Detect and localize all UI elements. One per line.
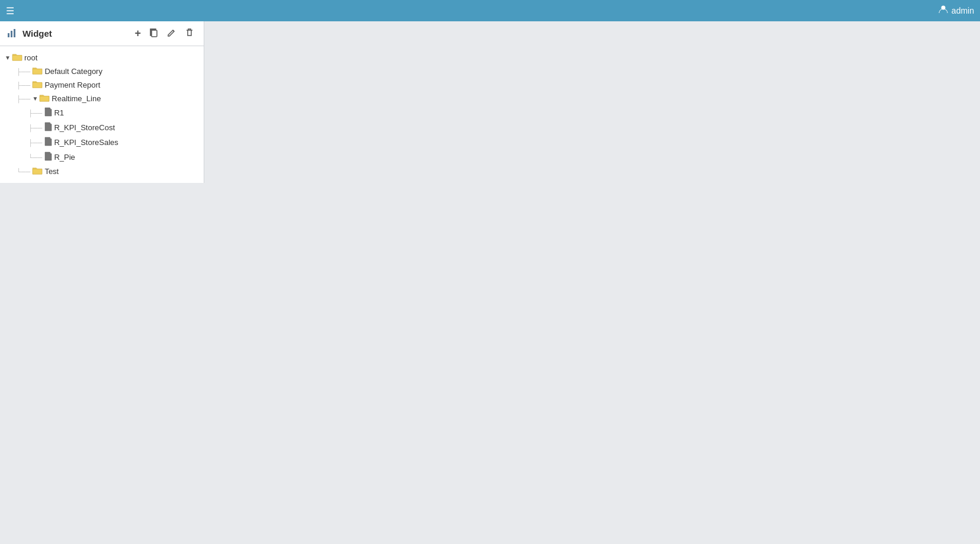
- payment-report-label: Payment Report: [44, 81, 100, 89]
- navbar: ☰ admin: [0, 0, 980, 21]
- r1-file-icon: [44, 107, 52, 118]
- sidebar-title: Widget: [23, 28, 52, 38]
- tree-item-realtime-line[interactable]: ├── ▼ Realtime_Line: [0, 92, 204, 105]
- sidebar-title-area: Widget: [7, 27, 52, 40]
- delete-icon: [185, 28, 194, 40]
- r-pie-label: R_Pie: [54, 153, 75, 162]
- r-kpi-storecost-label: R_KPI_StoreCost: [54, 123, 115, 132]
- r1-label: R1: [54, 108, 64, 117]
- edit-button[interactable]: [165, 27, 179, 41]
- user-icon: [939, 5, 948, 17]
- tree-item-payment-report[interactable]: ├── Payment Report: [0, 78, 204, 92]
- default-category-label: Default Category: [44, 67, 102, 76]
- tree-item-root[interactable]: ▼ root: [0, 51, 204, 65]
- tree-container: ▼ root ├── Default Category ├──: [0, 46, 204, 183]
- line-connector-storecost: ├──: [28, 124, 42, 131]
- hamburger-icon[interactable]: ☰: [6, 5, 14, 17]
- svg-rect-1: [8, 33, 9, 37]
- tree-item-test[interactable]: └── Test: [0, 165, 204, 178]
- navbar-left: ☰: [6, 5, 14, 17]
- payment-report-folder-icon: [32, 80, 43, 90]
- storesales-file-icon: [44, 137, 52, 148]
- tree-item-r-kpi-storecost[interactable]: ├── R_KPI_StoreCost: [0, 120, 204, 135]
- sidebar-actions: +: [132, 26, 197, 41]
- delete-button[interactable]: [182, 27, 197, 41]
- line-connector-storesales: ├──: [28, 139, 42, 146]
- line-connector-realtime: ├──: [17, 95, 30, 102]
- root-folder-icon: [12, 53, 23, 63]
- tree-item-r1[interactable]: ├── R1: [0, 105, 204, 120]
- test-folder-icon: [32, 166, 43, 176]
- tree-item-r-pie[interactable]: └── R_Pie: [0, 150, 204, 165]
- copy-icon: [149, 28, 159, 40]
- line-connector-r1: ├──: [28, 110, 42, 117]
- line-connector-test: └──: [17, 168, 30, 175]
- storecost-file-icon: [44, 122, 52, 133]
- r-kpi-storesales-label: R_KPI_StoreSales: [54, 138, 118, 147]
- admin-label: admin: [952, 6, 974, 15]
- main-content: [204, 21, 980, 544]
- copy-button[interactable]: [147, 27, 161, 41]
- add-button[interactable]: +: [132, 26, 143, 41]
- add-icon: +: [134, 27, 141, 40]
- navbar-right: admin: [939, 5, 974, 17]
- sidebar: Widget +: [0, 21, 204, 183]
- svg-rect-2: [11, 31, 12, 37]
- svg-rect-3: [14, 29, 15, 37]
- realtime-toggle[interactable]: ▼: [32, 95, 38, 102]
- svg-rect-4: [152, 30, 157, 37]
- tree-item-default-category[interactable]: ├── Default Category: [0, 65, 204, 78]
- realtime-line-folder-icon: [39, 94, 50, 104]
- realtime-line-label: Realtime_Line: [52, 94, 101, 103]
- root-label: root: [24, 53, 37, 62]
- rpie-file-icon: [44, 152, 52, 163]
- tree-item-r-kpi-storesales[interactable]: ├── R_KPI_StoreSales: [0, 135, 204, 150]
- line-connector-rpie: └──: [28, 154, 42, 161]
- line-connector-default: ├──: [17, 68, 30, 75]
- line-connector-payment: ├──: [17, 82, 30, 89]
- test-label: Test: [44, 167, 59, 176]
- sidebar-header: Widget +: [0, 21, 204, 46]
- widget-chart-icon: [7, 27, 18, 40]
- edit-icon: [167, 28, 176, 40]
- default-category-folder-icon: [32, 66, 43, 76]
- root-toggle[interactable]: ▼: [5, 54, 11, 61]
